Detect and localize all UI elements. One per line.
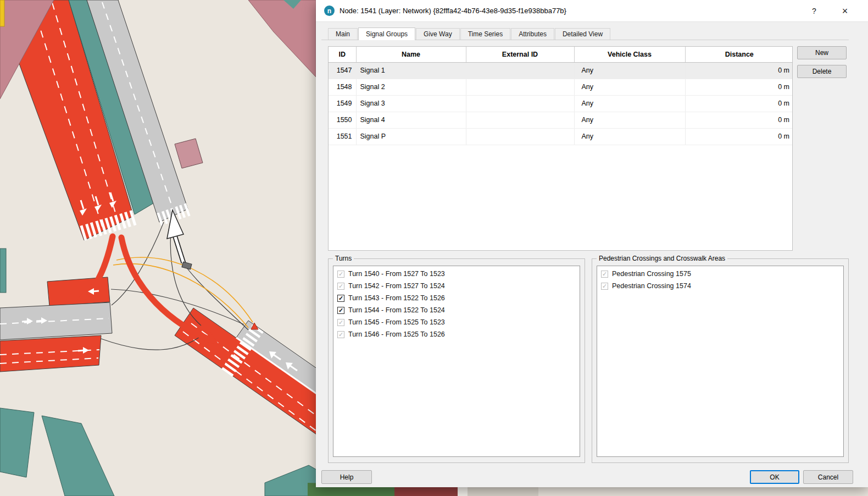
dialog-title: Node: 1541 (Layer: Network) {82fffa42-4b…	[340, 7, 566, 15]
cell-vehicle-class: Any	[574, 79, 685, 95]
col-header-name[interactable]: Name	[356, 47, 466, 62]
turn-item: ✓ Turn 1545 - From 1525 To 1523	[335, 316, 578, 328]
help-button[interactable]: Help	[321, 470, 372, 484]
turn-item-label: Turn 1546 - From 1525 To 1526	[348, 330, 445, 338]
cell-vehicle-class: Any	[574, 62, 685, 79]
cell-id: 1549	[329, 95, 356, 112]
cell-name: Signal 2	[356, 79, 466, 95]
cell-name: Signal 1	[356, 62, 466, 79]
turn-item: ✓ Turn 1546 - From 1525 To 1526	[335, 328, 578, 340]
ok-button[interactable]: OK	[750, 470, 799, 484]
turn-item[interactable]: ✓ Turn 1543 - From 1522 To 1526	[335, 292, 578, 304]
tab-time-series[interactable]: Time Series	[460, 28, 511, 40]
col-header-vehicle-class[interactable]: Vehicle Class	[574, 47, 685, 62]
table-row[interactable]: 1550 Signal 4 Any 0 m	[329, 112, 793, 128]
checkbox-checked-icon: ✓	[337, 283, 344, 290]
tab-detailed-view[interactable]: Detailed View	[555, 28, 610, 40]
turn-item: ✓ Turn 1542 - From 1527 To 1524	[335, 280, 578, 292]
turns-groupbox: Turns ✓ Turn 1540 - From 1527 To 1523 ✓ …	[328, 258, 585, 463]
cell-id: 1547	[329, 62, 356, 79]
cell-name: Signal P	[356, 128, 466, 145]
crossing-item-label: Pedestrian Crossing 1574	[612, 282, 691, 290]
cell-external-id	[466, 112, 574, 128]
tab-attributes[interactable]: Attributes	[511, 28, 554, 40]
turn-item-label: Turn 1542 - From 1527 To 1524	[348, 282, 445, 290]
dialog-titlebar[interactable]: n Node: 1541 (Layer: Network) {82fffa42-…	[316, 0, 868, 22]
col-header-id[interactable]: ID	[329, 47, 356, 62]
cell-external-id	[466, 95, 574, 112]
tab-give-way[interactable]: Give Way	[416, 28, 460, 40]
tab-main[interactable]: Main	[328, 28, 358, 40]
turns-listbox[interactable]: ✓ Turn 1540 - From 1527 To 1523 ✓ Turn 1…	[333, 266, 580, 457]
cell-vehicle-class: Any	[574, 128, 685, 145]
checkbox-checked-icon: ✓	[601, 283, 608, 290]
cell-vehicle-class: Any	[574, 95, 685, 112]
road-west-red-a	[47, 277, 110, 306]
turns-groupbox-label: Turns	[333, 255, 354, 262]
cell-id: 1550	[329, 112, 356, 128]
cell-external-id	[466, 62, 574, 79]
close-icon[interactable]: ×	[837, 3, 853, 19]
app-stage: n Node: 1541 (Layer: Network) {82fffa42-…	[0, 0, 868, 496]
cell-distance: 0 m	[685, 95, 793, 112]
checkbox-checked-icon: ✓	[337, 271, 344, 278]
turn-item[interactable]: ✓ Turn 1544 - From 1522 To 1524	[335, 304, 578, 316]
turn-item-label: Turn 1540 - From 1527 To 1523	[348, 270, 445, 278]
cell-distance: 0 m	[685, 112, 793, 128]
turn-item: ✓ Turn 1540 - From 1527 To 1523	[335, 268, 578, 280]
tab-bar: Main Signal Groups Give Way Time Series …	[321, 27, 849, 40]
cell-distance: 0 m	[685, 128, 793, 145]
cell-name: Signal 3	[356, 95, 466, 112]
pedestrian-crossings-groupbox-label: Pedestrian Crossings and Crosswalk Areas	[597, 255, 727, 262]
table-row[interactable]: 1549 Signal 3 Any 0 m	[329, 95, 793, 112]
cell-distance: 0 m	[685, 62, 793, 79]
cell-external-id	[466, 79, 574, 95]
turn-item-label: Turn 1543 - From 1522 To 1526	[348, 294, 445, 302]
road-west-gray	[0, 302, 112, 340]
cell-distance: 0 m	[685, 79, 793, 95]
node-dialog: n Node: 1541 (Layer: Network) {82fffa42-…	[316, 0, 868, 487]
signal-groups-table[interactable]: ID Name External ID Vehicle Class Distan…	[328, 46, 793, 251]
cell-id: 1548	[329, 79, 356, 95]
table-header-row: ID Name External ID Vehicle Class Distan…	[329, 47, 793, 62]
checkbox-checked-icon[interactable]: ✓	[337, 307, 344, 314]
cell-id: 1551	[329, 128, 356, 145]
crossing-item: ✓ Pedestrian Crossing 1575	[598, 268, 842, 280]
checkbox-checked-icon: ✓	[337, 331, 344, 338]
col-header-external-id[interactable]: External ID	[466, 47, 574, 62]
table-row[interactable]: 1547 Signal 1 Any 0 m	[329, 62, 793, 79]
tab-signal-groups[interactable]: Signal Groups	[358, 27, 415, 40]
cell-name: Signal 4	[356, 112, 466, 128]
crossing-item: ✓ Pedestrian Crossing 1574	[598, 280, 842, 292]
turn-item-label: Turn 1545 - From 1525 To 1523	[348, 318, 445, 326]
cancel-button[interactable]: Cancel	[803, 470, 853, 484]
cell-external-id	[466, 128, 574, 145]
table-row[interactable]: 1551 Signal P Any 0 m	[329, 128, 793, 145]
help-icon[interactable]: ?	[806, 3, 822, 19]
node-app-icon: n	[324, 5, 335, 16]
checkbox-checked-icon: ✓	[601, 271, 608, 278]
pedestrian-crossings-groupbox: Pedestrian Crossings and Crosswalk Areas…	[592, 258, 849, 463]
highlight-strip	[0, 0, 4, 26]
checkbox-checked-icon: ✓	[337, 319, 344, 326]
new-button[interactable]: New	[797, 46, 847, 59]
crossing-item-label: Pedestrian Crossing 1575	[612, 270, 691, 278]
turn-item-label: Turn 1544 - From 1522 To 1524	[348, 306, 445, 314]
cell-vehicle-class: Any	[574, 112, 685, 128]
col-header-distance[interactable]: Distance	[685, 47, 793, 62]
checkbox-checked-icon[interactable]: ✓	[337, 295, 344, 302]
table-row[interactable]: 1548 Signal 2 Any 0 m	[329, 79, 793, 95]
delete-button[interactable]: Delete	[797, 65, 847, 78]
pedestrian-crossings-listbox[interactable]: ✓ Pedestrian Crossing 1575 ✓ Pedestrian …	[597, 266, 844, 457]
